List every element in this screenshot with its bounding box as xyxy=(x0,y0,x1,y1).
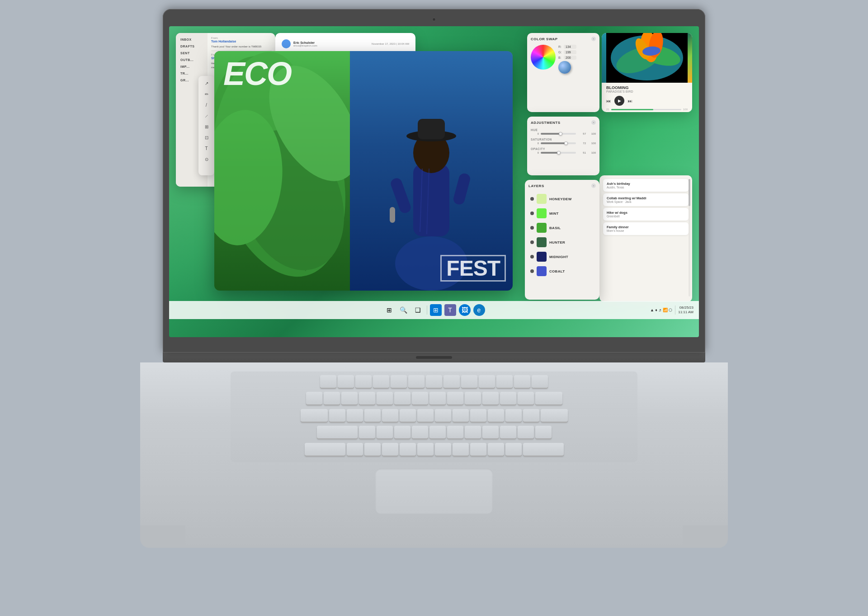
key-lbracket[interactable] xyxy=(505,409,522,422)
r-input[interactable] xyxy=(564,45,576,49)
edge-icon[interactable]: e xyxy=(473,304,485,316)
key-f12[interactable] xyxy=(532,375,548,388)
key-5[interactable] xyxy=(394,392,410,404)
tool-brush[interactable]: / xyxy=(202,100,211,109)
key-p[interactable] xyxy=(488,409,504,422)
key-m[interactable] xyxy=(453,443,469,456)
next-button[interactable]: ⏭ xyxy=(628,99,632,103)
key-x[interactable] xyxy=(364,443,381,456)
tool-line[interactable]: ⟋ xyxy=(202,111,211,120)
key-f1[interactable] xyxy=(338,375,354,388)
key-f11[interactable] xyxy=(514,375,530,388)
key-f2[interactable] xyxy=(355,375,372,388)
opacity-slider[interactable] xyxy=(541,152,576,154)
cal-event-1[interactable]: Ash's birthday Austin, Texas xyxy=(603,179,689,192)
key-rbracket[interactable] xyxy=(523,409,539,422)
key-v[interactable] xyxy=(400,443,416,456)
key-i[interactable] xyxy=(453,409,469,422)
key-8[interactable] xyxy=(447,392,463,404)
hue-slider[interactable] xyxy=(541,133,576,135)
teams-icon[interactable]: T xyxy=(444,304,456,316)
key-f9[interactable] xyxy=(479,375,495,388)
cal-event-2[interactable]: Collab meeting w/ Maddi Work Space · Jav… xyxy=(603,193,689,206)
tool-type[interactable]: T xyxy=(202,144,211,153)
color-picker-area[interactable]: R: G: B: xyxy=(531,45,596,74)
key-tilde[interactable] xyxy=(306,392,322,404)
layer-midnight[interactable]: MIDNIGHT xyxy=(528,249,596,264)
key-b[interactable] xyxy=(417,443,434,456)
key-r[interactable] xyxy=(382,409,398,422)
key-7[interactable] xyxy=(429,392,446,404)
key-comma[interactable] xyxy=(470,443,486,456)
key-shift-l[interactable] xyxy=(305,443,345,456)
key-n[interactable] xyxy=(435,443,451,456)
key-f[interactable] xyxy=(412,426,428,438)
key-f8[interactable] xyxy=(461,375,477,388)
music-controls[interactable]: ⏮ ▶ ⏭ xyxy=(606,96,688,106)
play-button[interactable]: ▶ xyxy=(614,96,624,106)
key-f3[interactable] xyxy=(373,375,389,388)
key-q[interactable] xyxy=(329,409,345,422)
key-tab[interactable] xyxy=(301,409,328,422)
key-h[interactable] xyxy=(447,426,463,438)
key-equals[interactable] xyxy=(518,392,534,404)
key-y[interactable] xyxy=(417,409,434,422)
color-swap-close[interactable]: × xyxy=(591,37,596,41)
prev-button[interactable]: ⏮ xyxy=(606,99,611,103)
taskview-button[interactable]: ❑ xyxy=(412,304,424,316)
key-backspace[interactable] xyxy=(535,392,562,404)
layer-basil[interactable]: BASIL xyxy=(528,221,596,235)
key-t[interactable] xyxy=(400,409,416,422)
key-d[interactable] xyxy=(394,426,410,438)
sidebar-item-drafts[interactable]: DRAFTS xyxy=(179,43,205,49)
key-esc[interactable] xyxy=(320,375,336,388)
tool-pen[interactable]: ✏ xyxy=(202,89,211,99)
eco-festival-design[interactable]: ECO xyxy=(214,51,513,291)
key-f7[interactable] xyxy=(443,375,460,388)
layer-mint[interactable]: MINT xyxy=(528,206,596,221)
tool-select[interactable]: ⊞ xyxy=(202,122,211,131)
key-f5[interactable] xyxy=(408,375,425,388)
sidebar-item-imp[interactable]: IMP... xyxy=(179,64,205,70)
key-quote[interactable] xyxy=(535,426,552,438)
calendar-panel[interactable]: Ash's birthday Austin, Texas Collab meet… xyxy=(599,175,692,302)
windows-icon[interactable]: ⊞ xyxy=(430,304,442,316)
adjustments-close[interactable]: × xyxy=(591,120,596,125)
sidebar-item-inbox[interactable]: INBOX xyxy=(179,37,205,42)
key-c[interactable] xyxy=(382,443,398,456)
layer-cobalt[interactable]: COBALT xyxy=(528,264,596,278)
key-minus[interactable] xyxy=(500,392,516,404)
key-s[interactable] xyxy=(377,426,393,438)
search-button[interactable]: 🔍 xyxy=(398,304,410,316)
key-caps[interactable] xyxy=(317,426,358,438)
key-g[interactable] xyxy=(429,426,446,438)
calendar-scrollbar[interactable] xyxy=(689,179,690,296)
key-0[interactable] xyxy=(482,392,499,404)
key-3[interactable] xyxy=(359,392,375,404)
key-z[interactable] xyxy=(347,443,363,456)
progress-bar[interactable] xyxy=(611,109,681,110)
tool-extra[interactable]: ⊙ xyxy=(202,155,211,164)
key-a[interactable] xyxy=(359,426,375,438)
key-9[interactable] xyxy=(465,392,481,404)
layers-close[interactable]: × xyxy=(591,183,596,188)
tool-crop[interactable]: ⊡ xyxy=(202,133,211,142)
photos-icon[interactable]: 🖼 xyxy=(459,304,471,316)
layers-panel[interactable]: LAYERS × HONEYDEW MINT xyxy=(525,180,599,300)
b-input[interactable] xyxy=(564,56,576,60)
adjustments-panel[interactable]: ADJUSTMENTS × HUE 0 57 100 xyxy=(527,117,599,175)
tool-arrow[interactable]: ↗ xyxy=(202,79,211,88)
key-u[interactable] xyxy=(435,409,451,422)
key-semi[interactable] xyxy=(518,426,534,438)
key-1[interactable] xyxy=(324,392,340,404)
key-k[interactable] xyxy=(482,426,499,438)
cal-event-3[interactable]: Hike w/ dogs Greenbelt xyxy=(603,208,689,221)
sidebar-item-sent[interactable]: SENT xyxy=(179,50,205,56)
sidebar-item-tr[interactable]: TR... xyxy=(179,71,205,76)
key-6[interactable] xyxy=(412,392,428,404)
color-wheel[interactable] xyxy=(531,45,556,70)
key-o[interactable] xyxy=(470,409,486,422)
music-panel[interactable]: BLOOMING PARADISE'S BIRD ⏮ ▶ ⏭ 21 xyxy=(602,33,692,112)
color-swap-panel[interactable]: COLOR SWAP × R: G: xyxy=(527,33,599,112)
key-f10[interactable] xyxy=(496,375,513,388)
